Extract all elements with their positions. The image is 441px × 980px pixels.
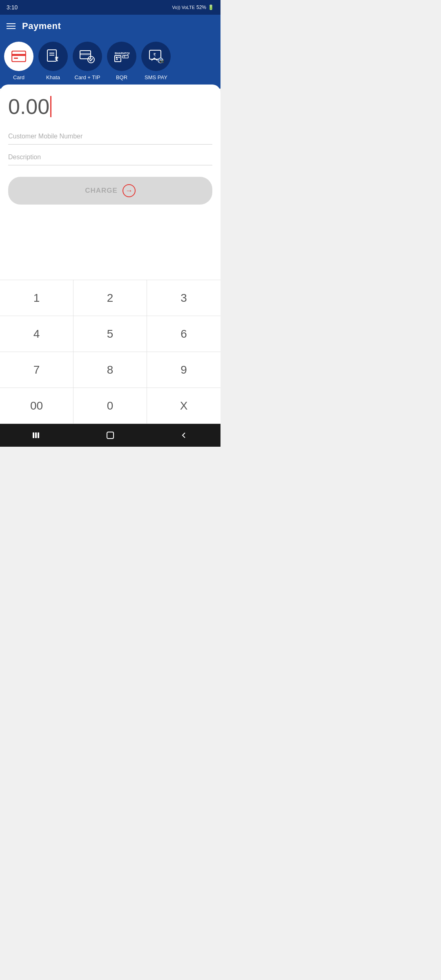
- card-icon-wrap: [4, 42, 33, 71]
- numpad-key-4[interactable]: 4: [0, 316, 74, 352]
- svg-rect-21: [38, 432, 39, 438]
- svg-rect-20: [35, 432, 37, 438]
- card-tip-icon-wrap: [73, 42, 102, 71]
- svg-text:BHARATQR: BHARATQR: [115, 52, 129, 55]
- svg-rect-22: [107, 432, 114, 439]
- numpad-key-3[interactable]: 3: [147, 280, 220, 316]
- payment-method-bqr[interactable]: BHARATQR ₹ BQR: [107, 42, 136, 80]
- numpad-key-1[interactable]: 1: [0, 280, 74, 316]
- numpad-key-6[interactable]: 6: [147, 316, 220, 352]
- charge-button[interactable]: CHARGE →: [8, 177, 212, 205]
- page-title: Payment: [22, 21, 61, 31]
- amount-display: 0.00: [8, 94, 212, 122]
- numpad-key-delete[interactable]: X: [147, 388, 220, 424]
- sms-pay-icon-wrap: ₹ 📷: [141, 42, 171, 71]
- payment-methods-carousel: Card ₹ Khata Card + TIP: [0, 38, 220, 89]
- numpad-key-00[interactable]: 00: [0, 388, 74, 424]
- svg-rect-2: [14, 58, 18, 59]
- hamburger-menu-icon[interactable]: [7, 23, 16, 29]
- bqr-label: BQR: [116, 74, 127, 80]
- card-icon: [11, 51, 26, 62]
- numpad-key-0[interactable]: 0: [74, 388, 147, 424]
- mobile-number-input[interactable]: [8, 129, 212, 145]
- svg-rect-11: [118, 57, 120, 58]
- main-content: 0.00 CHARGE →: [0, 85, 220, 214]
- card-tip-label: Card + TIP: [75, 74, 100, 80]
- payment-method-card-tip[interactable]: Card + TIP: [73, 42, 102, 80]
- time: 3:10: [7, 4, 18, 11]
- khata-icon: ₹: [46, 49, 60, 64]
- svg-rect-12: [116, 59, 118, 60]
- khata-icon-wrap: ₹: [38, 42, 68, 71]
- content-spacer: [0, 214, 220, 280]
- svg-rect-9: [115, 56, 121, 62]
- status-bar: 3:10 Vo)) VoLTE 52% 🔋: [0, 0, 220, 15]
- svg-text:₹: ₹: [153, 52, 156, 57]
- amount-value: 0.00: [8, 94, 49, 119]
- charge-arrow-icon: →: [122, 184, 136, 197]
- svg-rect-1: [12, 54, 26, 56]
- numpad-key-7[interactable]: 7: [0, 352, 74, 388]
- payment-method-khata[interactable]: ₹ Khata: [38, 42, 68, 80]
- card-tip-icon: [80, 49, 95, 64]
- nav-home-icon[interactable]: [105, 430, 115, 440]
- svg-text:₹: ₹: [55, 56, 58, 62]
- nav-back-icon[interactable]: [179, 430, 189, 440]
- numpad-key-8[interactable]: 8: [74, 352, 147, 388]
- nav-bar: [0, 424, 220, 447]
- sms-pay-label: SMS PAY: [145, 74, 167, 80]
- svg-rect-19: [33, 432, 34, 438]
- description-input[interactable]: [8, 149, 212, 165]
- numpad: 1 2 3 4 5 6 7 8 9 00 0 X: [0, 280, 220, 424]
- svg-text:₹: ₹: [123, 55, 126, 59]
- battery-level: 52%: [196, 4, 206, 10]
- sms-pay-icon: ₹ 📷: [148, 49, 164, 64]
- numpad-key-2[interactable]: 2: [74, 280, 147, 316]
- nav-menu-icon[interactable]: [32, 430, 42, 440]
- charge-button-label: CHARGE: [85, 187, 118, 195]
- battery-icon: 🔋: [208, 4, 214, 10]
- khata-label: Khata: [46, 74, 60, 80]
- app-header: Payment: [0, 15, 220, 38]
- payment-method-sms-pay[interactable]: ₹ 📷 SMS PAY: [141, 42, 171, 80]
- payment-method-card[interactable]: Card: [4, 42, 33, 80]
- svg-rect-10: [116, 57, 118, 58]
- signal-indicator: Vo)) VoLTE: [172, 5, 195, 10]
- numpad-key-9[interactable]: 9: [147, 352, 220, 388]
- bqr-icon-wrap: BHARATQR ₹: [107, 42, 136, 71]
- bqr-icon: BHARATQR ₹: [114, 49, 129, 64]
- status-right: Vo)) VoLTE 52% 🔋: [172, 4, 214, 10]
- svg-rect-0: [12, 51, 26, 62]
- svg-text:📷: 📷: [159, 58, 164, 63]
- amount-cursor: [50, 96, 51, 117]
- svg-rect-6: [80, 53, 91, 55]
- card-label: Card: [13, 74, 24, 80]
- numpad-key-5[interactable]: 5: [74, 316, 147, 352]
